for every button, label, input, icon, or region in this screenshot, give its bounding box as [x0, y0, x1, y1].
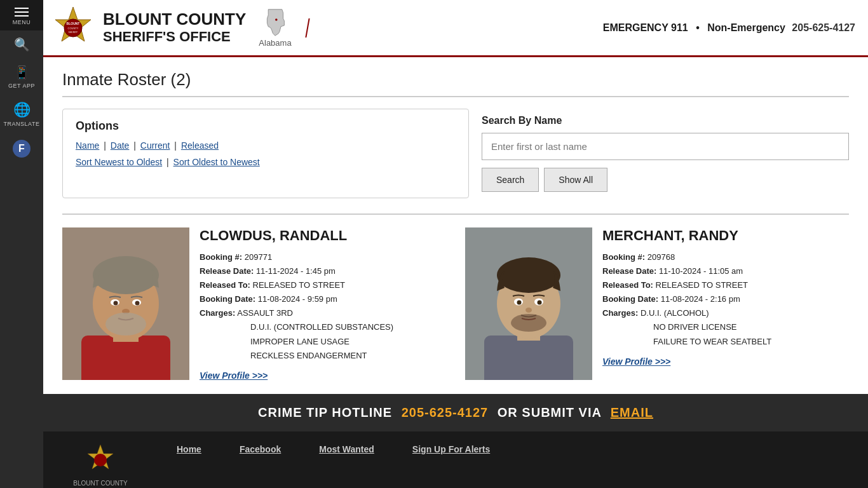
state-map-icon: [262, 8, 288, 37]
footer-org-name: BLOUNT COUNTY: [73, 480, 127, 487]
options-search-row: Options Name | Date | Current | Released…: [62, 109, 849, 198]
sort-newest-link[interactable]: Sort Newest to Oldest: [76, 157, 162, 167]
inmate-detail-1: Booking #: 209771 Release Date: 11-11-20…: [200, 250, 446, 320]
svg-rect-18: [484, 336, 573, 380]
hotline-text: CRIME TIP HOTLINE: [258, 405, 392, 419]
header-left: BLOUNT COUNTY SHERIFF BLOUNT COUNTY SHER…: [51, 6, 308, 50]
hotline-phone: 205-625-4127: [402, 405, 489, 419]
hotline-middle: OR SUBMIT VIA: [498, 405, 601, 419]
footer-col-home: Home: [177, 444, 201, 454]
badge-icon: BLOUNT COUNTY SHERIFF: [51, 6, 95, 50]
search-box: Search By Name Search Show All: [482, 109, 849, 198]
facebook-icon: f: [13, 140, 31, 158]
svg-point-24: [517, 301, 522, 305]
svg-point-10: [93, 256, 159, 294]
svg-point-21: [497, 257, 560, 293]
sort-oldest-link[interactable]: Sort Oldest to Newest: [173, 157, 260, 167]
svg-point-25: [538, 301, 542, 305]
sort-links: Sort Newest to Oldest | Sort Oldest to N…: [76, 157, 456, 167]
filter-date-link[interactable]: Date: [111, 140, 130, 151]
inmate-card-2: MERCHANT, RANDY Booking #: 209768 Releas…: [465, 227, 849, 381]
sidebar-translate-button[interactable]: 🌐 TRANSLATE: [0, 95, 43, 133]
inmate-info-clowdus: CLOWDUS, RANDALL Booking #: 209771 Relea…: [200, 227, 446, 381]
footer-most-wanted-link[interactable]: Most Wanted: [319, 444, 374, 454]
charge-line-1-3: IMPROPER LANE USAGE: [200, 335, 446, 349]
options-box: Options Name | Date | Current | Released…: [62, 109, 469, 198]
inmate-card-1: CLOWDUS, RANDALL Booking #: 209771 Relea…: [62, 227, 446, 381]
show-all-button[interactable]: Show All: [544, 168, 607, 192]
charge-line-1-4: RECKLESS ENDANGERMENT: [200, 349, 446, 363]
footer-alerts-link[interactable]: Sign Up For Alerts: [412, 444, 490, 454]
charge-line-2-3: FAILURE TO WEAR SEATBELT: [602, 335, 849, 349]
page-title: Inmate Roster (2): [62, 70, 849, 97]
inmate-photo-clowdus: [62, 227, 189, 380]
sidebar: MENU 🔍 📱 GET APP 🌐 TRANSLATE f: [0, 0, 43, 488]
footer-home-link[interactable]: Home: [177, 444, 201, 454]
svg-text:SHERIFF: SHERIFF: [69, 31, 78, 34]
filter-current-link[interactable]: Current: [140, 140, 170, 151]
header-divider: [305, 18, 309, 37]
hotline-email: EMAIL: [611, 405, 653, 419]
sidebar-search-button[interactable]: 🔍: [0, 30, 43, 58]
emergency-label: EMERGENCY 911 • Non-Emergency 205-625-41…: [603, 22, 855, 33]
svg-text:COUNTY: COUNTY: [68, 27, 79, 30]
svg-rect-7: [81, 336, 170, 380]
charge-line-1-2: D.U.I. (CONTROLLED SUBSTANCES): [200, 320, 446, 334]
inmate-name-1: CLOWDUS, RANDALL: [200, 227, 446, 244]
state-label: Alabama: [259, 38, 291, 48]
view-profile-link-1[interactable]: View Profile >>>: [200, 370, 268, 381]
sidebar-get-app-button[interactable]: 📱 GET APP: [0, 58, 43, 95]
filter-links: Name | Date | Current | Released: [76, 140, 456, 151]
footer-col-facebook: Facebook: [240, 444, 281, 454]
footer-links: BLOUNT COUNTY Home Facebook Most Wanted …: [43, 431, 868, 488]
header-title-line2: SHERIFF'S OFFICE: [103, 29, 246, 45]
view-profile-link-2[interactable]: View Profile >>>: [602, 356, 670, 367]
filter-released-link[interactable]: Released: [181, 140, 219, 151]
phone-icon: 📱: [14, 65, 30, 80]
get-app-label: GET APP: [8, 83, 35, 89]
main-content: Inmate Roster (2) Options Name | Date | …: [43, 57, 868, 394]
footer-logo: BLOUNT COUNTY: [62, 444, 139, 487]
footer-badge-icon: [85, 444, 116, 476]
hamburger-icon: [15, 8, 29, 17]
svg-point-26: [526, 308, 532, 313]
inmate-info-merchant: MERCHANT, RANDY Booking #: 209768 Releas…: [602, 227, 849, 381]
svg-text:BLOUNT: BLOUNT: [67, 22, 80, 25]
options-title: Options: [76, 119, 456, 133]
search-input[interactable]: [482, 133, 849, 160]
translate-label: TRANSLATE: [4, 121, 40, 127]
header-title: BLOUNT COUNTY SHERIFF'S OFFICE: [103, 10, 246, 45]
globe-icon: 🌐: [13, 102, 31, 118]
charge-line-2-2: NO DRIVER LICENSE: [602, 320, 849, 334]
search-button[interactable]: Search: [482, 168, 539, 192]
header-emergency-info: EMERGENCY 911 • Non-Emergency 205-625-41…: [603, 22, 855, 34]
header-state: Alabama: [259, 8, 291, 48]
footer-hotline: CRIME TIP HOTLINE 205-625-4127 OR SUBMIT…: [43, 394, 868, 431]
filter-name-link[interactable]: Name: [76, 140, 99, 151]
svg-point-14: [135, 301, 140, 306]
search-by-name-label: Search By Name: [482, 115, 849, 126]
menu-label: MENU: [13, 19, 31, 25]
footer-col-most-wanted: Most Wanted: [319, 444, 374, 454]
search-buttons: Search Show All: [482, 168, 849, 192]
svg-point-5: [275, 18, 278, 21]
sidebar-facebook-button[interactable]: f: [0, 133, 43, 164]
header: BLOUNT COUNTY SHERIFF BLOUNT COUNTY SHER…: [43, 0, 868, 57]
search-icon: 🔍: [14, 37, 30, 52]
inmate-name-2: MERCHANT, RANDY: [602, 227, 849, 244]
inmate-photo-merchant: [465, 227, 592, 380]
sidebar-menu-button[interactable]: MENU: [0, 0, 43, 30]
footer-facebook-link[interactable]: Facebook: [240, 444, 281, 454]
svg-point-29: [94, 454, 107, 466]
header-title-line1: BLOUNT COUNTY: [103, 10, 246, 29]
footer-col-alerts: Sign Up For Alerts: [412, 444, 490, 454]
inmates-row: CLOWDUS, RANDALL Booking #: 209771 Relea…: [62, 214, 849, 381]
svg-point-13: [114, 301, 118, 306]
inmate-detail-2: Booking #: 209768 Release Date: 11-10-20…: [602, 250, 849, 320]
svg-point-16: [105, 313, 146, 336]
